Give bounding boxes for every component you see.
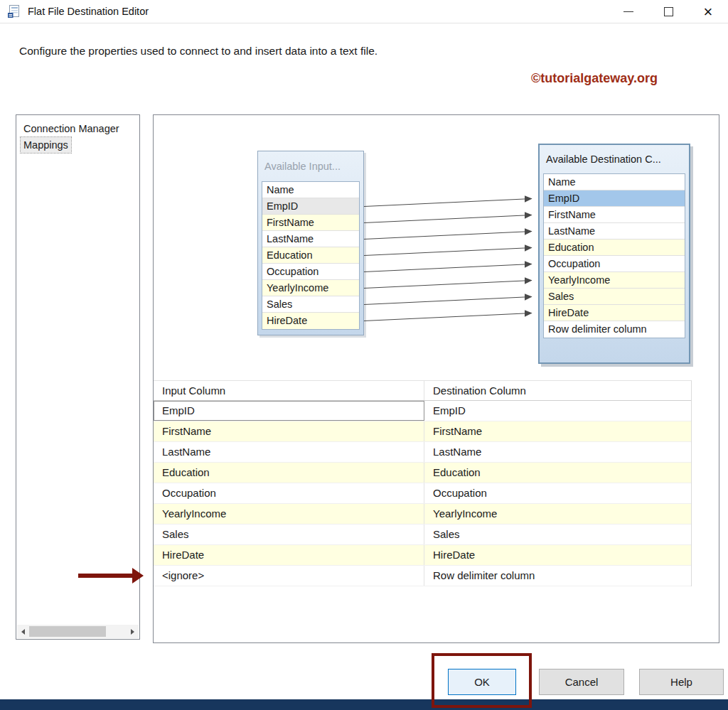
titlebar: Flat File Destination Editor ×	[0, 0, 728, 23]
mapping-input-cell[interactable]: HireDate	[154, 545, 424, 565]
mapping-destination-cell[interactable]: FirstName	[424, 421, 691, 441]
mapping-input-cell[interactable]: LastName	[154, 442, 424, 462]
window-controls: ×	[609, 0, 728, 23]
maximize-icon	[664, 7, 673, 16]
window-title: Flat File Destination Editor	[28, 6, 149, 17]
close-icon: ×	[704, 4, 713, 20]
mapping-destination-cell[interactable]: EmpID	[424, 401, 691, 421]
input-column-education[interactable]: Education	[262, 247, 359, 264]
mapping-input-cell[interactable]: <ignore>	[154, 566, 424, 586]
destination-column-name[interactable]: Name	[544, 174, 685, 190]
mapping-row: LastNameLastName	[154, 442, 691, 463]
available-input-table: Available Input... NameEmpIDFirstNameLas…	[257, 151, 364, 335]
mapping-destination-cell[interactable]: Sales	[424, 525, 691, 544]
sidebar-panel: Connection ManagerMappings	[16, 114, 140, 640]
destination-column-firstname[interactable]: FirstName	[544, 207, 685, 223]
available-destination-table-title: Available Destination C...	[543, 145, 685, 173]
mapping-grid: Input Column Destination Column EmpIDEmp…	[154, 380, 692, 586]
destination-column-empid[interactable]: EmpID	[544, 190, 685, 207]
watermark: ©tutorialgateway.org	[531, 71, 658, 86]
sidebar-item-connection-manager[interactable]: Connection Manager	[21, 121, 122, 136]
mapping-input-cell[interactable]: FirstName	[154, 421, 424, 441]
mapping-row: YearlyIncomeYearlyIncome	[154, 504, 691, 525]
input-column-firstname[interactable]: FirstName	[262, 215, 359, 231]
available-input-table-title: Available Input...	[262, 151, 360, 181]
input-table-body: NameEmpIDFirstNameLastNameEducationOccup…	[262, 181, 360, 330]
available-destination-table: Available Destination C... NameEmpIDFirs…	[538, 144, 690, 364]
input-column-occupation[interactable]: Occupation	[262, 264, 359, 280]
mapping-row: FirstNameFirstName	[154, 421, 691, 442]
bottom-navy-bar	[0, 699, 728, 710]
mapping-row: <ignore>Row delimiter column	[154, 566, 691, 586]
minimize-button[interactable]	[609, 0, 648, 23]
mapping-input-cell[interactable]: Education	[154, 463, 424, 483]
destination-column-row-delimiter-column[interactable]: Row delimiter column	[544, 321, 685, 338]
help-button[interactable]: Help	[639, 669, 724, 695]
destination-column-occupation[interactable]: Occupation	[544, 256, 685, 272]
app-icon	[7, 4, 21, 18]
sidebar-item-mappings[interactable]: Mappings	[21, 137, 71, 153]
triangle-left-icon	[21, 629, 25, 635]
input-column-header: Input Column	[154, 381, 424, 400]
mapping-row: SalesSales	[154, 525, 691, 545]
mapping-destination-cell[interactable]: Row delimiter column	[424, 566, 691, 586]
annotation-arrow-shaft	[78, 574, 132, 578]
destination-column-header: Destination Column	[424, 381, 691, 400]
destination-column-yearlyincome[interactable]: YearlyIncome	[544, 272, 685, 289]
mapping-row: EmpIDEmpID	[154, 401, 691, 421]
dialog-description: Configure the properties used to connect…	[19, 45, 378, 58]
destination-column-hiredate[interactable]: HireDate	[544, 305, 685, 321]
mapping-input-cell[interactable]: Occupation	[154, 483, 424, 503]
annotation-arrow-head	[132, 568, 144, 583]
mapping-destination-cell[interactable]: HireDate	[424, 545, 691, 565]
mapping-input-cell[interactable]: EmpID	[154, 401, 424, 421]
destination-table-body: NameEmpIDFirstNameLastNameEducationOccup…	[543, 173, 685, 338]
mapping-destination-cell[interactable]: Occupation	[424, 483, 691, 503]
destination-column-sales[interactable]: Sales	[544, 289, 685, 305]
close-button[interactable]: ×	[688, 0, 728, 23]
mapping-destination-cell[interactable]: Education	[424, 463, 691, 483]
sidebar-horizontal-scrollbar[interactable]	[17, 625, 139, 638]
mapping-input-cell[interactable]: YearlyIncome	[154, 504, 424, 524]
annotation-arrow-icon	[78, 574, 144, 578]
input-column-yearlyincome[interactable]: YearlyIncome	[262, 280, 359, 296]
minimize-icon	[623, 11, 633, 12]
input-column-hiredate[interactable]: HireDate	[262, 313, 359, 329]
triangle-right-icon	[131, 629, 134, 635]
cancel-button[interactable]: Cancel	[539, 669, 624, 695]
input-column-name[interactable]: Name	[262, 182, 359, 198]
mapping-grid-body: EmpIDEmpIDFirstNameFirstNameLastNameLast…	[154, 401, 691, 586]
maximize-button[interactable]	[648, 0, 688, 23]
mapping-grid-header: Input Column Destination Column	[154, 381, 691, 401]
mapping-destination-cell[interactable]: YearlyIncome	[424, 504, 691, 524]
mapping-row: HireDateHireDate	[154, 545, 691, 566]
scrollbar-right-arrow[interactable]	[127, 625, 139, 638]
mapping-row: OccupationOccupation	[154, 483, 691, 504]
destination-column-lastname[interactable]: LastName	[544, 223, 685, 240]
input-column-sales[interactable]: Sales	[262, 296, 359, 313]
annotation-highlight-box	[432, 653, 532, 708]
input-column-lastname[interactable]: LastName	[262, 231, 359, 247]
mapping-input-cell[interactable]: Sales	[154, 525, 424, 544]
scrollbar-thumb[interactable]	[29, 626, 106, 637]
mapping-destination-cell[interactable]: LastName	[424, 442, 691, 462]
scrollbar-left-arrow[interactable]	[17, 625, 29, 638]
sidebar-list: Connection ManagerMappings	[16, 115, 139, 153]
destination-column-education[interactable]: Education	[544, 240, 685, 256]
mapping-row: EducationEducation	[154, 463, 691, 483]
input-column-empid[interactable]: EmpID	[262, 198, 359, 215]
